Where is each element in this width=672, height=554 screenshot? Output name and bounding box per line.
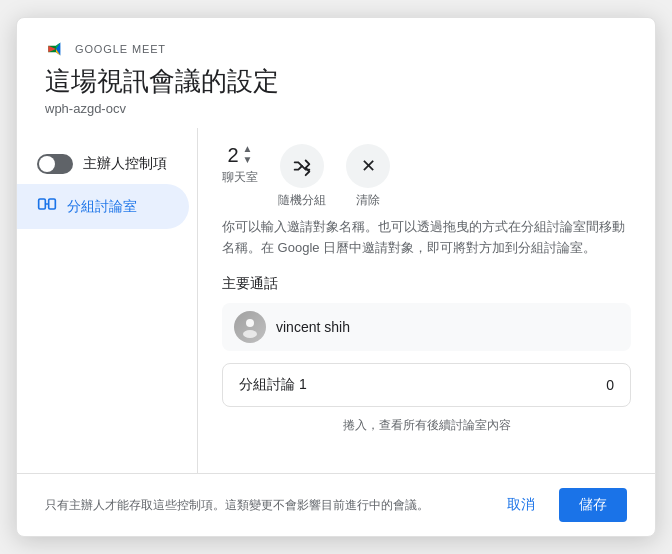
random-assign-icon-circle: [280, 144, 324, 188]
footer-actions: 取消 儲存: [491, 488, 627, 522]
section-title: 主要通話: [222, 275, 631, 293]
random-assign-button[interactable]: 隨機分組: [278, 144, 326, 209]
stepper-value: 2: [227, 145, 238, 165]
host-controls-toggle[interactable]: [37, 154, 73, 174]
host-controls-label: 主辦人控制項: [83, 155, 167, 173]
participant-row: vincent shih: [222, 303, 631, 351]
cancel-button[interactable]: 取消: [491, 488, 551, 522]
svg-rect-2: [49, 199, 56, 209]
breakout-room-row[interactable]: 分組討論 1 0: [222, 363, 631, 407]
more-rooms-hint: 捲入，查看所有後續討論室內容: [222, 411, 631, 440]
stepper-buttons: ▲ ▼: [243, 144, 253, 165]
participant-name: vincent shih: [276, 319, 350, 335]
clear-icon: ✕: [361, 155, 376, 177]
random-label: 隨機分組: [278, 192, 326, 209]
dialog-header: GOOGLE MEET 這場視訊會議的設定 wph-azgd-ocv: [17, 18, 655, 128]
breakout-room-name: 分組討論 1: [239, 376, 307, 394]
save-button[interactable]: 儲存: [559, 488, 627, 522]
person-icon: [238, 315, 262, 339]
svg-rect-1: [39, 199, 46, 209]
settings-dialog: GOOGLE MEET 這場視訊會議的設定 wph-azgd-ocv 主辦人控制…: [16, 17, 656, 537]
chat-label: 聊天室: [222, 169, 258, 186]
avatar: [234, 311, 266, 343]
meet-logo-icon: [45, 38, 67, 60]
clear-button[interactable]: ✕ 清除: [346, 144, 390, 209]
dialog-footer: 只有主辦人才能存取這些控制項。這類變更不會影響目前進行中的會議。 取消 儲存: [17, 473, 655, 536]
breakout-room-count: 0: [606, 377, 614, 393]
random-assign-icon: [291, 155, 313, 177]
avatar-image: [234, 311, 266, 343]
description-text: 你可以輸入邀請對象名稱。也可以透過拖曳的方式在分組討論室間移動名稱。在 Goog…: [222, 217, 631, 259]
stepper-up-button[interactable]: ▲: [243, 144, 253, 154]
dialog-title: 這場視訊會議的設定: [45, 64, 627, 99]
breakout-icon: [37, 194, 57, 219]
svg-point-4: [246, 319, 254, 327]
svg-point-5: [243, 330, 257, 338]
room-count-stepper: 2 ▲ ▼ 聊天室: [222, 144, 258, 186]
main-content: 2 ▲ ▼ 聊天室: [197, 128, 655, 473]
stepper-down-button[interactable]: ▼: [243, 155, 253, 165]
clear-label: 清除: [356, 192, 380, 209]
breakout-label: 分組討論室: [67, 198, 137, 216]
meeting-code: wph-azgd-ocv: [45, 101, 627, 116]
footer-note: 只有主辦人才能存取這些控制項。這類變更不會影響目前進行中的會議。: [45, 497, 429, 514]
controls-top-row: 2 ▲ ▼ 聊天室: [222, 144, 631, 209]
dialog-body: 主辦人控制項 分組討論室 2: [17, 128, 655, 473]
clear-icon-circle: ✕: [346, 144, 390, 188]
sidebar-item-breakout[interactable]: 分組討論室: [17, 184, 189, 229]
sidebar: 主辦人控制項 分組討論室: [17, 128, 197, 473]
stepper-inner: 2 ▲ ▼: [227, 144, 252, 165]
brand-label: GOOGLE MEET: [45, 38, 627, 60]
host-controls-toggle-row[interactable]: 主辦人控制項: [17, 144, 197, 184]
